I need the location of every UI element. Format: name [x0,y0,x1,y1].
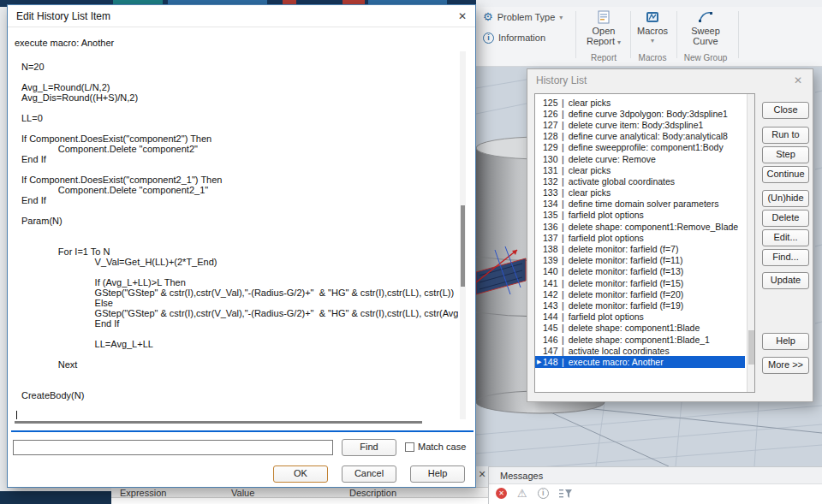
warning-icon[interactable]: ⚠ [517,488,527,499]
problem-type-button[interactable]: ⚙ Problem Type ▾ [483,10,563,24]
update-button[interactable]: Update [762,272,809,289]
history-item-text: clear picks [569,165,611,175]
scrollbar-thumb[interactable] [461,205,465,287]
history-list-item[interactable]: 131|clear picks [535,164,754,175]
code-horizontal-scrollbar[interactable] [15,421,422,424]
history-list-item[interactable]: 132|activate global coordinates [535,175,754,187]
close-button[interactable]: Close [762,102,809,119]
history-list-item[interactable]: 141|delete monitor: farfield (f=15) [535,277,754,288]
history-list-item[interactable]: 138|delete monitor: farfield (f=7) [535,243,754,254]
open-report-button[interactable]: Open Report ▾ [579,9,628,52]
history-item-text: delete monitor: farfield (f=20) [569,289,684,299]
history-item-text: farfield plot options [569,233,644,243]
info-icon[interactable]: i [538,488,549,499]
history-list-item[interactable]: 144|farfield plot options [535,311,754,323]
open-report-line2: Report ▾ [587,36,621,48]
ok-button[interactable]: OK [273,465,328,483]
history-item-text: delete shape: component1:Remove_Blade [569,222,738,232]
run-to-button[interactable]: Run to [762,127,809,144]
match-case-checkbox[interactable] [405,442,414,452]
history-list-item[interactable]: 147|activate local coordinates [535,345,754,356]
history-item-separator: | [562,300,564,311]
history-list-item[interactable]: 146|delete shape: component1:Blade_1 [535,334,754,345]
code-text[interactable]: N=20 Avg_L=Round(L/N,2) Avg_Dis=Round((H… [13,51,458,400]
edit-button[interactable]: Edit... [762,229,809,246]
history-list-item[interactable]: 143|delete monitor: farfield (f=19) [535,299,754,311]
history-list-item[interactable]: 140|delete monitor: farfield (f=13) [535,266,754,277]
history-list-item[interactable]: 125|clear picks [535,97,754,108]
code-vertical-scrollbar[interactable] [460,51,466,419]
history-list-item[interactable]: 127|delete curve item: Body:3dspline1 [535,119,754,130]
find-button[interactable]: Find... [762,249,809,266]
history-item-separator: | [562,210,564,220]
history-list-item[interactable]: 145|delete shape: component1:Blade [535,323,754,334]
history-item-number: 148 [543,357,562,367]
information-button[interactable]: i Information [483,31,545,44]
history-list-item[interactable]: 139|delete monitor: farfield (f=11) [535,255,754,266]
history-list-item[interactable]: 126|define curve 3dpolygon: Body:3dsplin… [535,108,754,119]
edit-dialog-title: Edit History List Item [16,5,110,27]
history-list-item[interactable]: 129|define sweepprofile: component1:Body [535,142,754,153]
dock-close-button[interactable]: ✕ [476,466,488,483]
sweep-curve-icon [698,9,713,25]
history-list-item[interactable]: 133|clear picks [535,187,754,199]
history-item-text: delete monitor: farfield (f=11) [569,255,683,265]
bottom-left-panel [0,491,111,504]
history-list[interactable]: 125|clear picks126|define curve 3dpolygo… [534,93,755,393]
sweep-line2: Curve [693,36,718,46]
history-list-item[interactable]: 142|delete monitor: farfield (f=20) [535,288,754,299]
history-item-separator: | [562,165,564,175]
find-button[interactable]: Find [342,439,396,456]
history-item-separator: | [562,98,564,108]
text-caret [16,411,17,419]
step-button[interactable]: Step [762,146,809,163]
messages-panel: Messages ✕ ⚠ i [488,466,822,504]
history-list-dialog: History List ✕ 125|clear picks126|define… [527,68,813,402]
delete-button[interactable]: Delete [762,210,809,227]
history-item-number: 132 [543,176,562,187]
continue-button[interactable]: Continue [762,166,809,183]
chevron-down-icon: ▾ [617,39,621,46]
find-input[interactable] [13,440,333,455]
filter-icon[interactable] [559,489,572,499]
close-icon[interactable]: ✕ [455,9,470,24]
history-list-item[interactable]: 134|define time domain solver parameters [535,199,754,210]
history-list-item[interactable]: 130|delete curve: Remove [535,153,754,164]
app-root: ⚙ Problem Type ▾ i Information Open Repo… [0,0,822,504]
history-list-item[interactable]: 135|farfield plot options [535,210,754,221]
history-list-item[interactable]: 128|define curve analytical: Body:analyt… [535,131,754,142]
history-item-number: 145 [543,323,562,333]
more-button[interactable]: More >> [762,357,809,374]
help-button[interactable]: Help [410,465,465,483]
scrollbar-thumb[interactable] [748,330,754,365]
history-item-separator: | [562,357,564,367]
history-item-number: 130 [543,154,562,164]
close-icon[interactable]: ✕ [790,74,806,88]
unhide-button[interactable]: (Un)hide [762,190,809,207]
history-item-number: 146 [543,335,562,345]
history-item-number: 139 [543,255,562,265]
history-item-number: 131 [543,165,562,175]
code-editor[interactable]: N=20 Avg_L=Round(L/N,2) Avg_Dis=Round((H… [13,51,458,419]
history-list-scrollbar[interactable] [747,94,754,392]
error-icon[interactable]: ✕ [496,488,507,499]
history-item-number: 141 [543,278,562,288]
history-item-text: define curve 3dpolygon: Body:3dspline1 [569,109,728,119]
macros-label: Macros [637,26,668,36]
edit-dialog-titlebar[interactable]: Edit History List Item ✕ [8,5,475,27]
macros-button[interactable]: Macros ▾ [628,9,677,52]
history-dialog-titlebar[interactable]: History List ✕ [527,69,813,92]
history-item-separator: | [562,222,564,232]
parameter-table-body [111,498,488,504]
history-list-item[interactable]: ▶148|execute macro: Another [535,356,745,367]
history-list-item[interactable]: 136|delete shape: component1:Remove_Blad… [535,221,754,232]
open-report-line1: Open [593,26,616,36]
history-item-number: 147 [543,346,562,356]
help-button[interactable]: Help [762,333,809,350]
cancel-button[interactable]: Cancel [342,465,396,483]
column-header-value: Value [231,488,254,498]
edit-dialog-subtitle: execute macro: Another [15,38,114,48]
sweep-curve-button[interactable]: Sweep Curve [681,9,730,52]
history-list-item[interactable]: 137|farfield plot options [535,232,754,243]
splitter-line[interactable] [11,430,474,432]
